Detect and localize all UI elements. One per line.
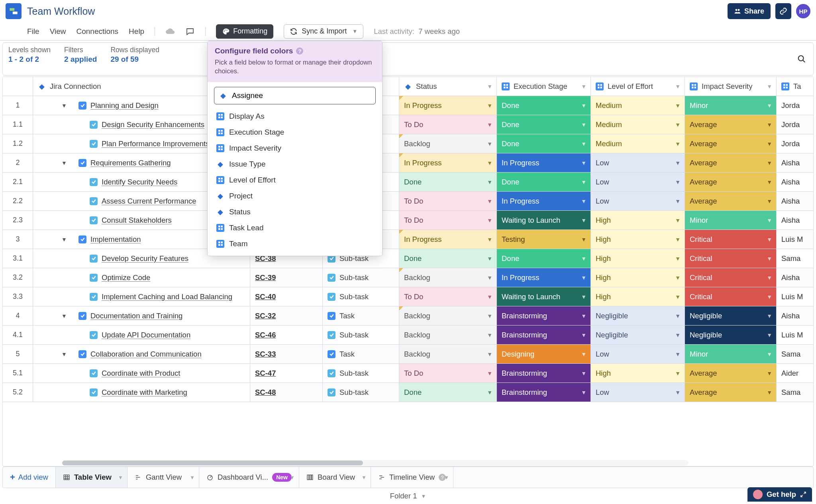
- impact-cell[interactable]: Average▼: [685, 192, 777, 210]
- effort-cell[interactable]: Negligible▼: [591, 326, 685, 344]
- chevron-down-icon[interactable]: ▼: [767, 332, 772, 338]
- chevron-down-icon[interactable]: ▼: [675, 236, 681, 243]
- effort-cell[interactable]: High▼: [591, 211, 685, 229]
- chevron-down-icon[interactable]: ▼: [118, 475, 123, 480]
- impact-cell[interactable]: Minor▼: [685, 96, 777, 115]
- task-lead-cell[interactable]: Luis M: [777, 287, 813, 306]
- issue-type-cell[interactable]: Sub-task: [323, 364, 399, 382]
- status-cell[interactable]: Done▼: [399, 173, 497, 191]
- table-row[interactable]: 4▼Documentation and TrainingSC-32TaskBac…: [3, 306, 813, 326]
- chevron-down-icon[interactable]: ▼: [767, 160, 772, 166]
- status-cell[interactable]: In Progress▼: [399, 230, 497, 249]
- impact-cell[interactable]: Critical▼: [685, 230, 777, 249]
- chevron-down-icon[interactable]: ▼: [675, 351, 681, 357]
- user-avatar[interactable]: HP: [796, 4, 810, 18]
- status-cell[interactable]: To Do▼: [399, 364, 497, 382]
- menu-view[interactable]: View: [50, 27, 66, 36]
- table-row[interactable]: 5.1Coordinate with ProductSC-47Sub-taskT…: [3, 364, 813, 383]
- chevron-down-icon[interactable]: ▼: [767, 179, 772, 185]
- impact-cell[interactable]: Minor▼: [685, 345, 777, 363]
- chevron-down-icon[interactable]: ▼: [675, 389, 681, 396]
- dropdown-item[interactable]: Task Lead: [208, 220, 382, 236]
- share-button[interactable]: Share: [728, 3, 771, 19]
- issue-type-cell[interactable]: Sub-task: [323, 326, 399, 344]
- issue-id-link[interactable]: SC-39: [255, 273, 276, 282]
- task-lead-cell[interactable]: Aisha: [777, 268, 813, 287]
- impact-cell[interactable]: Average▼: [685, 153, 777, 172]
- chevron-down-icon[interactable]: ▼: [581, 255, 586, 262]
- stage-cell[interactable]: Done▼: [497, 134, 591, 153]
- stage-cell[interactable]: Brainstorming▼: [497, 326, 591, 344]
- chevron-down-icon[interactable]: ▼: [581, 122, 586, 128]
- stage-cell[interactable]: Waiting to Launch▼: [497, 211, 591, 229]
- issue-type-cell[interactable]: Sub-task: [323, 268, 399, 287]
- table-row[interactable]: 5.2Coordinate with MarketingSC-48Sub-tas…: [3, 383, 813, 402]
- task-lead-cell[interactable]: Jorda: [777, 96, 813, 115]
- chevron-down-icon[interactable]: ▼: [581, 198, 586, 204]
- stage-cell[interactable]: In Progress▼: [497, 192, 591, 210]
- chevron-down-icon[interactable]: ▼: [581, 83, 586, 90]
- dropdown-item[interactable]: Impact Severity: [208, 140, 382, 156]
- chevron-down-icon[interactable]: ▼: [767, 102, 772, 109]
- status-cell[interactable]: Backlog▼: [399, 134, 497, 153]
- stage-cell[interactable]: Brainstorming▼: [497, 364, 591, 382]
- chevron-down-icon[interactable]: ▼: [767, 217, 772, 224]
- chevron-down-icon[interactable]: ▼: [581, 160, 586, 166]
- chevron-down-icon[interactable]: ▼: [581, 102, 586, 109]
- help-icon[interactable]: ?: [296, 47, 303, 55]
- effort-cell[interactable]: High▼: [591, 364, 685, 382]
- menu-help[interactable]: Help: [129, 27, 144, 36]
- status-cell[interactable]: To Do▼: [399, 211, 497, 229]
- chevron-down-icon[interactable]: ▼: [767, 313, 772, 319]
- expand-icon[interactable]: ▼: [61, 160, 67, 166]
- copy-link-button[interactable]: [775, 3, 791, 19]
- chevron-down-icon[interactable]: ▼: [675, 102, 681, 109]
- chevron-down-icon[interactable]: ▼: [581, 351, 586, 357]
- chevron-down-icon[interactable]: ▼: [487, 179, 492, 185]
- chevron-down-icon[interactable]: ▼: [487, 313, 492, 319]
- issue-type-cell[interactable]: Task: [323, 345, 399, 363]
- task-lead-cell[interactable]: Aisha: [777, 153, 813, 172]
- task-link[interactable]: Optimize Code: [102, 273, 150, 282]
- chevron-down-icon[interactable]: ▼: [581, 141, 586, 147]
- issue-id-cell[interactable]: SC-40: [250, 287, 323, 306]
- expand-icon[interactable]: ▼: [61, 351, 67, 357]
- chevron-down-icon[interactable]: ▼: [675, 294, 681, 300]
- task-name-cell[interactable]: Update API Documentation: [33, 326, 250, 344]
- task-name-cell[interactable]: Coordinate with Product: [33, 364, 250, 382]
- stage-cell[interactable]: Testing▼: [497, 230, 591, 249]
- formatting-button[interactable]: Formatting: [216, 24, 273, 39]
- status-cell[interactable]: Backlog▼: [399, 345, 497, 363]
- chevron-down-icon[interactable]: ▼: [767, 351, 772, 357]
- status-cell[interactable]: In Progress▼: [399, 153, 497, 172]
- chevron-down-icon[interactable]: ▼: [487, 275, 492, 281]
- chevron-down-icon[interactable]: ▼: [444, 475, 449, 480]
- task-name-cell[interactable]: ▼Collaboration and Communication: [33, 345, 250, 363]
- chevron-down-icon[interactable]: ▼: [487, 102, 492, 109]
- impact-cell[interactable]: Average▼: [685, 173, 777, 191]
- task-name-cell[interactable]: Coordinate with Marketing: [33, 383, 250, 402]
- cloud-status-icon[interactable]: [165, 27, 175, 36]
- task-name-cell[interactable]: Optimize Code: [33, 268, 250, 287]
- dropdown-search[interactable]: ◆: [214, 87, 376, 104]
- task-link[interactable]: Consult Stakeholders: [102, 216, 172, 225]
- task-lead-cell[interactable]: Aisha: [777, 211, 813, 229]
- chevron-down-icon[interactable]: ▼: [675, 255, 681, 262]
- stage-cell[interactable]: Waiting to Launch▼: [497, 287, 591, 306]
- chevron-down-icon[interactable]: ▼: [290, 475, 295, 480]
- chevron-down-icon[interactable]: ▼: [487, 122, 492, 128]
- impact-cell[interactable]: Average▼: [685, 364, 777, 382]
- expand-icon[interactable]: ▼: [61, 102, 67, 109]
- chevron-down-icon[interactable]: ▼: [487, 236, 492, 243]
- column-header-status[interactable]: ◆Status▼: [399, 77, 497, 96]
- task-link[interactable]: Implementation: [90, 235, 141, 244]
- chevron-down-icon[interactable]: ▼: [581, 275, 586, 281]
- impact-cell[interactable]: Minor▼: [685, 211, 777, 229]
- impact-cell[interactable]: Average▼: [685, 383, 777, 402]
- search-icon[interactable]: [797, 55, 806, 63]
- impact-cell[interactable]: Average▼: [685, 115, 777, 134]
- view-tab[interactable]: Gantt View▼: [128, 467, 199, 488]
- chevron-down-icon[interactable]: ▼: [675, 217, 681, 224]
- column-header-stage[interactable]: Execution Stage▼: [497, 77, 591, 96]
- stage-cell[interactable]: In Progress▼: [497, 153, 591, 172]
